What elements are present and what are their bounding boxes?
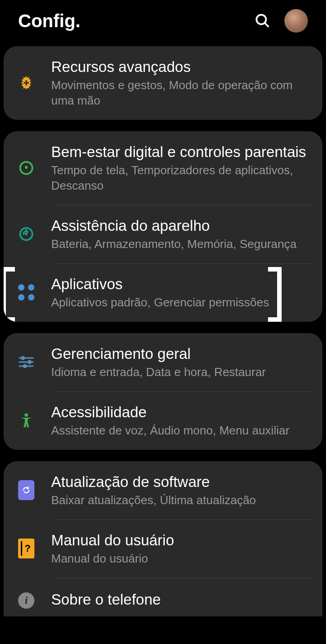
row-text: Recursos avançados Movimentos e gestos, … bbox=[51, 57, 313, 109]
svg-point-12 bbox=[24, 365, 26, 367]
row-title: Bem-estar digital e controles parentais bbox=[51, 143, 313, 161]
row-text: Sobre o telefone bbox=[51, 590, 313, 611]
row-text: Bem-estar digital e controles parentais … bbox=[51, 143, 313, 194]
header-actions bbox=[254, 9, 308, 33]
row-title: Gerenciamento geral bbox=[51, 344, 313, 363]
wellbeing-icon bbox=[15, 157, 38, 179]
row-title: Manual do usuário bbox=[51, 531, 313, 549]
page-title: Config. bbox=[18, 11, 81, 31]
settings-row-software-update[interactable]: Atualização de software Baixar atualizaç… bbox=[4, 461, 322, 520]
settings-row-about-phone[interactable]: i Sobre o telefone bbox=[4, 578, 322, 616]
gear-plus-icon bbox=[15, 72, 38, 94]
highlight-bracket-left bbox=[4, 267, 15, 322]
row-title: Aplicativos bbox=[51, 275, 313, 293]
settings-row-apps[interactable]: Aplicativos Aplicativos padrão, Gerencia… bbox=[4, 263, 322, 322]
settings-row-accessibility[interactable]: Acessibilidade Assistente de voz, Áudio … bbox=[4, 391, 322, 450]
svg-point-13 bbox=[24, 414, 28, 417]
settings-row-general-management[interactable]: Gerenciamento geral Idioma e entrada, Da… bbox=[4, 333, 322, 391]
row-text: Manual do usuário Manual do usuário bbox=[51, 531, 313, 567]
row-title: Recursos avançados bbox=[51, 57, 313, 76]
svg-line-1 bbox=[265, 23, 269, 27]
row-subtitle: Baixar atualizações, Última atualização bbox=[51, 493, 313, 508]
row-title: Acessibilidade bbox=[51, 403, 313, 421]
svg-point-0 bbox=[257, 15, 266, 24]
row-title: Sobre o telefone bbox=[51, 590, 313, 609]
settings-group: Atualização de software Baixar atualizaç… bbox=[4, 461, 322, 616]
device-care-icon bbox=[15, 223, 38, 245]
svg-point-10 bbox=[29, 361, 31, 363]
sliders-icon bbox=[15, 351, 38, 373]
update-icon bbox=[15, 479, 38, 501]
svg-point-8 bbox=[22, 357, 24, 359]
row-subtitle: Aplicativos padrão, Gerenciar permissões bbox=[51, 295, 313, 310]
row-subtitle: Movimentos e gestos, Modo de operação co… bbox=[51, 78, 313, 109]
svg-point-6 bbox=[25, 233, 28, 235]
row-subtitle: Assistente de voz, Áudio mono, Menu auxi… bbox=[51, 423, 313, 439]
header: Config. bbox=[0, 0, 326, 46]
manual-icon: ? bbox=[15, 537, 38, 560]
row-subtitle: Idioma e entrada, Data e hora, Restaurar bbox=[51, 365, 313, 380]
row-text: Acessibilidade Assistente de voz, Áudio … bbox=[51, 403, 313, 439]
row-subtitle: Tempo de tela, Temporizadores de aplicat… bbox=[51, 163, 313, 194]
svg-rect-3 bbox=[24, 82, 29, 84]
row-subtitle: Manual do usuário bbox=[51, 551, 313, 567]
row-subtitle: Bateria, Armazenamento, Memória, Seguran… bbox=[51, 237, 313, 252]
settings-row-advanced-features[interactable]: Recursos avançados Movimentos e gestos, … bbox=[4, 46, 322, 120]
accessibility-icon bbox=[15, 409, 38, 432]
row-title: Assistência do aparelho bbox=[51, 216, 313, 235]
settings-group: Bem-estar digital e controles parentais … bbox=[4, 131, 322, 322]
row-text: Gerenciamento geral Idioma e entrada, Da… bbox=[51, 344, 313, 380]
row-text: Atualização de software Baixar atualizaç… bbox=[51, 472, 313, 508]
search-icon[interactable] bbox=[254, 13, 271, 29]
info-icon: i bbox=[15, 589, 38, 612]
settings-list: Recursos avançados Movimentos e gestos, … bbox=[0, 46, 326, 616]
profile-avatar[interactable] bbox=[284, 9, 308, 33]
settings-row-device-care[interactable]: Assistência do aparelho Bateria, Armazen… bbox=[4, 205, 322, 263]
settings-group: Gerenciamento geral Idioma e entrada, Da… bbox=[4, 333, 322, 450]
settings-group: Recursos avançados Movimentos e gestos, … bbox=[4, 46, 322, 120]
settings-row-user-manual[interactable]: ? Manual do usuário Manual do usuário bbox=[4, 520, 322, 578]
apps-icon bbox=[15, 281, 38, 304]
settings-row-digital-wellbeing[interactable]: Bem-estar digital e controles parentais … bbox=[4, 131, 322, 205]
row-title: Atualização de software bbox=[51, 472, 313, 491]
row-text: Assistência do aparelho Bateria, Armazen… bbox=[51, 216, 313, 252]
row-text: Aplicativos Aplicativos padrão, Gerencia… bbox=[51, 275, 313, 310]
